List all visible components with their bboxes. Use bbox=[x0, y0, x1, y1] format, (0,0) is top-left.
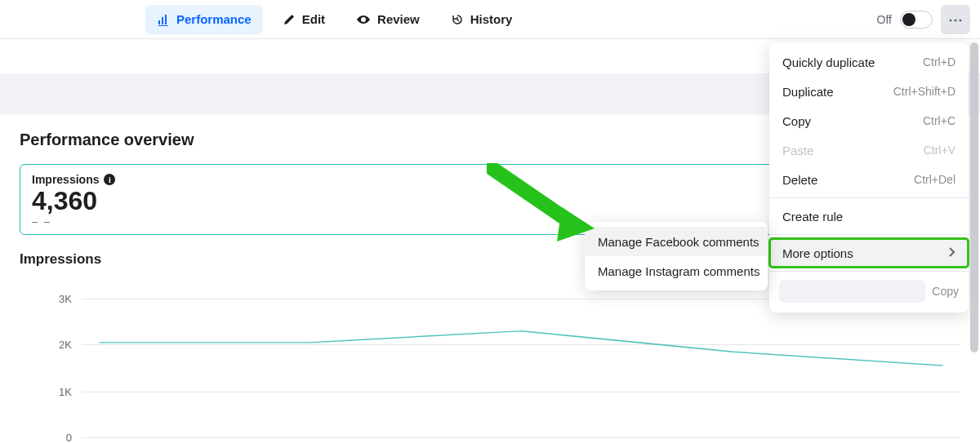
eye-icon bbox=[356, 13, 371, 26]
toggle-off-label: Off bbox=[877, 13, 892, 26]
menu-item-label: Copy bbox=[782, 114, 811, 128]
menu-item-label: Quickly duplicate bbox=[782, 55, 875, 69]
menu-item-label: More options bbox=[782, 246, 853, 260]
y-tick: 0 bbox=[39, 432, 72, 444]
menu-separator bbox=[769, 197, 969, 198]
menu-create-rule[interactable]: Create rule bbox=[769, 202, 969, 231]
bar-chart-icon bbox=[157, 13, 170, 26]
y-tick: 2K bbox=[39, 339, 72, 351]
tab-label: History bbox=[470, 12, 513, 26]
menu-item-shortcut: Ctrl+D bbox=[923, 55, 956, 69]
tab-history[interactable]: History bbox=[439, 5, 524, 34]
copy-id-button[interactable]: Copy bbox=[932, 285, 959, 298]
more-options-submenu: Manage Facebook comments Manage Instagra… bbox=[585, 222, 768, 290]
tab-edit[interactable]: Edit bbox=[271, 5, 336, 34]
tab-label: Review bbox=[377, 12, 420, 26]
history-icon bbox=[451, 13, 464, 26]
menu-item-shortcut: Ctrl+Del bbox=[914, 173, 956, 186]
menu-item-label: Create rule bbox=[782, 210, 843, 224]
vertical-scrollbar[interactable] bbox=[970, 42, 978, 352]
menu-separator bbox=[769, 234, 969, 235]
menu-item-label: Manage Facebook comments bbox=[598, 235, 760, 249]
tab-label: Performance bbox=[176, 12, 252, 26]
menu-more-options[interactable]: More options bbox=[769, 238, 969, 268]
menu-item-shortcut: Ctrl+V bbox=[924, 144, 956, 157]
menu-item-label: Manage Instagram comments bbox=[598, 264, 760, 278]
menu-duplicate[interactable]: Duplicate Ctrl+Shift+D bbox=[769, 77, 969, 106]
menu-item-label: Duplicate bbox=[782, 85, 834, 99]
menu-item-shortcut: Ctrl+C bbox=[923, 114, 956, 127]
menu-delete[interactable]: Delete Ctrl+Del bbox=[769, 165, 969, 194]
submenu-manage-facebook-comments[interactable]: Manage Facebook comments bbox=[585, 227, 768, 256]
menu-quickly-duplicate[interactable]: Quickly duplicate Ctrl+D bbox=[769, 47, 969, 77]
top-tabbar: Performance Edit Review History Off ⋯ bbox=[0, 0, 980, 39]
tab-performance[interactable]: Performance bbox=[145, 5, 263, 34]
menu-separator bbox=[769, 271, 969, 272]
menu-paste: Paste Ctrl+V bbox=[769, 135, 969, 165]
tab-review[interactable]: Review bbox=[345, 5, 431, 34]
menu-copy-id-row: Copy bbox=[769, 275, 969, 308]
more-actions-menu: Quickly duplicate Ctrl+D Duplicate Ctrl+… bbox=[769, 42, 969, 312]
submenu-manage-instagram-comments[interactable]: Manage Instagram comments bbox=[585, 256, 768, 286]
menu-item-label: Delete bbox=[782, 173, 817, 187]
menu-copy[interactable]: Copy Ctrl+C bbox=[769, 106, 969, 135]
pencil-icon bbox=[283, 13, 296, 26]
menu-item-shortcut: Ctrl+Shift+D bbox=[893, 85, 956, 98]
y-tick: 3K bbox=[39, 293, 72, 305]
status-toggle[interactable] bbox=[900, 11, 933, 29]
ellipsis-icon: ⋯ bbox=[948, 11, 963, 29]
metric-label: Impressions bbox=[32, 173, 99, 186]
id-input[interactable] bbox=[779, 280, 925, 303]
info-icon[interactable]: i bbox=[104, 174, 115, 185]
menu-item-label: Paste bbox=[782, 144, 813, 157]
chevron-right-icon bbox=[947, 246, 956, 260]
y-tick: 1K bbox=[39, 386, 72, 398]
tab-label: Edit bbox=[302, 12, 325, 26]
more-actions-button[interactable]: ⋯ bbox=[941, 5, 970, 34]
